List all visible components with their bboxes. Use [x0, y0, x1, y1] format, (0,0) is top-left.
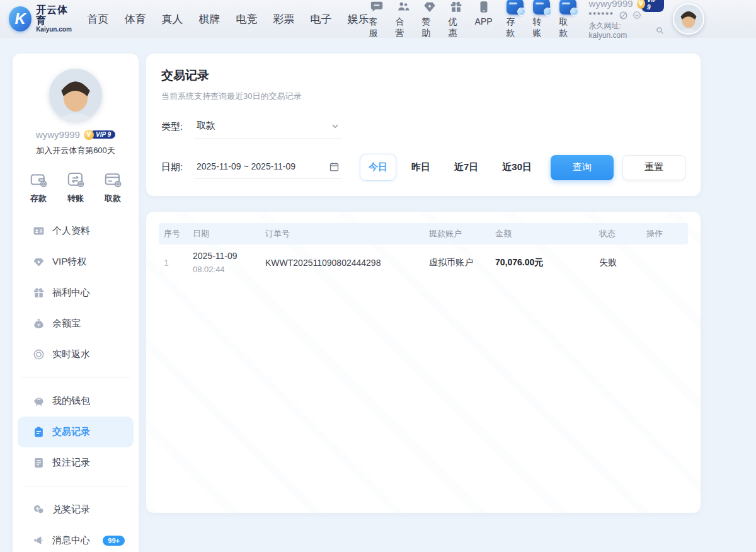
shortcut-today[interactable]: 今日 — [360, 154, 396, 181]
cell-account: 虚拟币账户 — [424, 257, 490, 268]
type-label: 类型: — [161, 121, 194, 133]
nav-esports[interactable]: 电竞 — [236, 12, 258, 26]
partnership-label: 合营 — [396, 16, 411, 39]
unread-count-badge: 99+ — [103, 536, 125, 546]
nav-live[interactable]: 真人 — [162, 12, 183, 26]
username: wywy9999 — [589, 0, 633, 9]
filter-card: 交易记录 当前系统支持查询最近30日的交易记录 类型: 取款 日期: 2025-… — [146, 54, 701, 196]
withdraw-button[interactable]: 取款 — [559, 0, 576, 39]
wallet-action-group: 存款 转账 取款 — [507, 0, 576, 39]
bank-card-outline-icon — [103, 170, 122, 189]
search-button[interactable]: 查询 — [551, 155, 614, 180]
customer-service-label: 客服 — [369, 16, 384, 39]
brand-logo[interactable]: K 开云体育 Kaiyun.com — [9, 5, 75, 33]
sidebar-deposit-label: 存款 — [30, 193, 47, 204]
sidebar-item-yuebao[interactable]: 余额宝 — [18, 308, 134, 339]
cell-status: 失败 — [594, 257, 641, 268]
col-account: 提款账户 — [424, 228, 490, 239]
permanent-url-label: 永久网址: kaiyun.com — [589, 21, 654, 40]
transfer-icon — [533, 0, 550, 14]
date-shortcut-group: 今日 昨日 近7日 近30日 — [360, 154, 541, 181]
sidebar-item-transactions[interactable]: 交易记录 — [18, 417, 134, 447]
shortcut-yesterday[interactable]: 昨日 — [403, 154, 439, 181]
sidebar-item-messages[interactable]: 消息中心 99+ — [18, 525, 134, 552]
partnership-button[interactable]: 合营 — [396, 0, 411, 39]
app-download-button[interactable]: APP — [475, 0, 493, 39]
diamond-icon — [422, 0, 437, 14]
sidebar-avatar[interactable] — [49, 69, 102, 122]
nav-cards[interactable]: 棋牌 — [199, 12, 220, 26]
nav-home[interactable]: 首页 — [88, 12, 109, 26]
transaction-record-icon — [33, 426, 45, 438]
promotions-label: 优惠 — [449, 16, 464, 39]
deposit-button[interactable]: 存款 — [507, 0, 524, 39]
brand-logo-icon: K — [9, 6, 32, 32]
transfer-label: 转账 — [533, 16, 550, 39]
partners-icon — [396, 0, 411, 14]
sidebar-item-welfare-label: 福利中心 — [52, 287, 90, 299]
nav-casino[interactable]: 娱乐 — [348, 12, 369, 26]
sponsor-button[interactable]: 赞助 — [422, 0, 437, 39]
brand-domain: Kaiyun.com — [36, 26, 74, 33]
date-range-value: 2025-11-09 ~ 2025-11-09 — [197, 161, 295, 171]
sidebar-item-prizes[interactable]: 兑奖记录 — [18, 494, 134, 525]
user-avatar[interactable] — [673, 3, 704, 35]
brand-name: 开云体育 — [36, 5, 74, 26]
type-select-value: 取款 — [197, 120, 215, 132]
shortcut-7days[interactable]: 近7日 — [445, 154, 487, 181]
reset-button[interactable]: 重置 — [622, 155, 685, 180]
eye-off-icon[interactable] — [619, 11, 628, 20]
sidebar-divider — [21, 377, 130, 378]
money-bag-icon — [33, 318, 45, 330]
vip-badge: V VIP 9 — [637, 0, 664, 9]
shortcut-30days[interactable]: 近30日 — [493, 154, 541, 181]
deposit-card-icon — [507, 0, 524, 14]
promotions-button[interactable]: 优惠 — [449, 0, 464, 39]
date-label: 日期: — [161, 161, 194, 173]
sidebar-item-transactions-label: 交易记录 — [52, 426, 90, 438]
sidebar-withdraw-button[interactable]: 取款 — [103, 170, 122, 204]
withdraw-card-icon — [559, 0, 576, 14]
nav-lottery[interactable]: 彩票 — [273, 12, 295, 26]
chevron-down-icon — [331, 122, 340, 130]
sidebar-transfer-button[interactable]: 转账 — [66, 170, 85, 204]
type-select[interactable]: 取款 — [194, 115, 342, 139]
table-row: 1 2025-11-09 08:02:44 KWWT20251109080244… — [159, 244, 688, 281]
service-icon-group: 客服 合营 赞助 优惠 APP — [369, 0, 493, 39]
avatar-image — [674, 4, 703, 33]
transfer-button[interactable]: 转账 — [533, 0, 550, 39]
customer-service-button[interactable]: 客服 — [369, 0, 384, 39]
chevron-down-circle-icon[interactable] — [633, 11, 642, 20]
nav-slots[interactable]: 电子 — [311, 12, 332, 26]
page-subtitle: 当前系统支持查询最近30日的交易记录 — [161, 91, 685, 102]
piggy-bank-icon — [33, 395, 45, 407]
sidebar-item-wallet[interactable]: 我的钱包 — [18, 386, 134, 417]
sidebar-item-vip[interactable]: VIP特权 — [18, 246, 134, 277]
main-column: 交易记录 当前系统支持查询最近30日的交易记录 类型: 取款 日期: 2025-… — [146, 54, 701, 513]
cell-date-day: 2025-11-09 — [193, 251, 238, 261]
sidebar-item-bets[interactable]: 投注记录 — [18, 447, 134, 478]
table-header-row: 序号 日期 订单号 提款账户 金额 状态 操作 — [159, 223, 688, 244]
chat-icon — [369, 0, 384, 14]
cell-index: 1 — [159, 258, 188, 268]
sidebar: wywy9999 V VIP 9 加入开云体育第600天 存款 转账 — [13, 54, 139, 552]
brand-text: 开云体育 Kaiyun.com — [36, 5, 74, 33]
sidebar-avatar-image — [49, 69, 102, 122]
sidebar-item-welfare[interactable]: 福利中心 — [18, 277, 134, 308]
col-amount: 金额 — [490, 228, 594, 239]
sidebar-deposit-button[interactable]: 存款 — [29, 170, 48, 204]
sidebar-divider — [21, 486, 130, 486]
nav-sports[interactable]: 体育 — [125, 12, 146, 26]
col-action: 操作 — [641, 228, 688, 239]
date-range-input[interactable]: 2025-11-09 ~ 2025-11-09 — [194, 156, 342, 179]
page-title: 交易记录 — [161, 67, 685, 84]
sidebar-transfer-label: 转账 — [67, 193, 84, 204]
sidebar-vip-level-label: VIP 9 — [90, 130, 115, 139]
sidebar-item-rebate[interactable]: 实时返水 — [18, 339, 134, 370]
magnifier-icon[interactable] — [656, 26, 664, 35]
cell-amount: 70,076.00元 — [490, 257, 594, 268]
id-card-icon — [33, 225, 45, 237]
sidebar-item-profile[interactable]: 个人资料 — [18, 216, 134, 246]
coins-icon — [33, 503, 45, 515]
sidebar-username: wywy9999 — [36, 129, 80, 140]
